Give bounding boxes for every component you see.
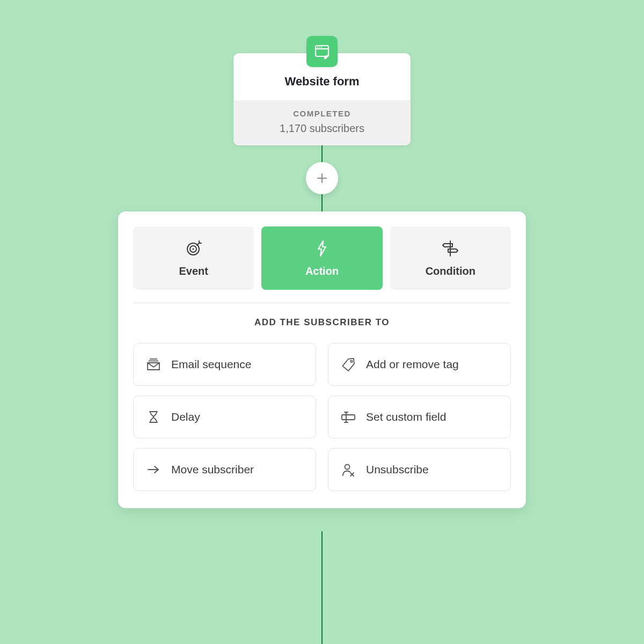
section-header: ADD THE SUBSCRIBER TO bbox=[133, 317, 511, 328]
tab-action[interactable]: Action bbox=[261, 226, 382, 290]
arrow-right-icon bbox=[145, 462, 162, 478]
plus-icon bbox=[316, 172, 328, 184]
svg-point-21 bbox=[345, 465, 350, 470]
option-label: Set custom field bbox=[366, 411, 446, 423]
signpost-icon bbox=[441, 239, 460, 258]
connector-line bbox=[321, 531, 323, 644]
option-label: Delay bbox=[171, 411, 200, 423]
option-label: Email sequence bbox=[171, 358, 251, 371]
option-move-subscriber[interactable]: Move subscriber bbox=[133, 448, 316, 491]
tab-event[interactable]: Event bbox=[133, 226, 254, 290]
option-label: Add or remove tag bbox=[366, 358, 459, 371]
option-add-remove-tag[interactable]: Add or remove tag bbox=[328, 343, 511, 386]
option-set-custom-field[interactable]: Set custom field bbox=[328, 396, 511, 438]
option-label: Move subscriber bbox=[171, 463, 254, 476]
add-step-button[interactable] bbox=[306, 162, 338, 194]
hourglass-icon bbox=[145, 409, 162, 425]
option-delay[interactable]: Delay bbox=[133, 396, 316, 438]
svg-point-9 bbox=[192, 248, 194, 250]
svg-rect-16 bbox=[342, 415, 355, 420]
trigger-card[interactable]: Website form COMPLETED 1,170 subscribers bbox=[233, 53, 411, 145]
svg-point-4 bbox=[321, 47, 322, 48]
trigger-footer: COMPLETED 1,170 subscribers bbox=[233, 100, 411, 145]
option-label: Unsubscribe bbox=[366, 463, 429, 476]
tab-action-label: Action bbox=[305, 265, 339, 277]
step-selector-card: Event Action Condition ADD THE SUBSCRIBE… bbox=[118, 211, 526, 508]
tab-event-label: Event bbox=[179, 265, 208, 277]
svg-point-3 bbox=[319, 47, 320, 48]
target-icon bbox=[185, 239, 203, 258]
svg-point-13 bbox=[350, 360, 353, 362]
svg-point-2 bbox=[317, 47, 318, 48]
tag-icon bbox=[340, 356, 356, 372]
tab-condition[interactable]: Condition bbox=[390, 226, 511, 290]
option-unsubscribe[interactable]: Unsubscribe bbox=[328, 448, 511, 491]
divider bbox=[133, 303, 511, 303]
option-email-sequence[interactable]: Email sequence bbox=[133, 343, 316, 386]
envelope-stack-icon bbox=[145, 356, 162, 372]
step-type-tabs: Event Action Condition bbox=[133, 226, 511, 290]
lightning-icon bbox=[314, 239, 330, 258]
form-icon bbox=[306, 36, 338, 67]
text-field-icon bbox=[340, 409, 356, 425]
trigger-status-label: COMPLETED bbox=[233, 109, 411, 118]
user-remove-icon bbox=[340, 462, 356, 478]
trigger-subscriber-count: 1,170 subscribers bbox=[233, 122, 411, 135]
action-options-grid: Email sequence Add or remove tag Del bbox=[133, 343, 511, 491]
tab-condition-label: Condition bbox=[426, 265, 475, 277]
